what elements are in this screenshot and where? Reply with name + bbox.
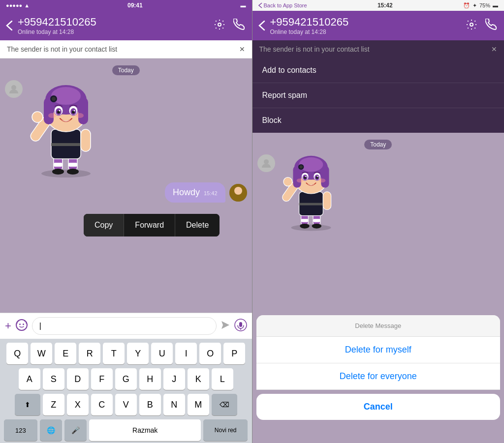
key-s[interactable]: S [43,368,64,390]
report-spam-item[interactable]: Report spam [252,83,504,108]
mic-key[interactable]: 🎤 [64,419,87,441]
key-v[interactable]: V [115,394,137,415]
delete-for-myself-button[interactable]: Delete for myself [256,337,501,363]
battery-bar: ▬ [493,2,498,8]
r-call-icon[interactable] [485,19,498,33]
header-action-icons [214,19,246,33]
svg-point-41 [264,159,269,164]
svg-rect-6 [68,163,77,167]
send-icon[interactable] [220,320,230,332]
copy-button[interactable]: Copy [84,214,124,236]
keyboard: Q W E R T Y U I O P A S D F G H J K L ⬆ … [0,339,252,443]
svg-rect-38 [239,322,242,327]
key-z[interactable]: Z [43,394,64,415]
right-header: +959421510265 Online today at 14:28 [252,11,504,40]
svg-point-59 [299,157,323,172]
svg-rect-58 [321,166,329,188]
sticker-icon[interactable] [15,319,28,334]
key-r[interactable]: R [79,343,100,364]
key-g[interactable]: G [115,368,137,390]
delete-button[interactable]: Delete [175,214,220,236]
contact-status: Online today at 14:28 [18,29,209,35]
r-back-button[interactable] [258,20,265,31]
r-date-badge: Today [252,140,504,149]
space-key[interactable]: Razmak [89,419,200,441]
back-to-store[interactable]: Back to App Store [258,2,307,8]
wifi-icon: ▲ [24,2,30,8]
svg-point-35 [19,324,21,325]
key-p[interactable]: P [223,343,245,364]
warning-close-icon[interactable]: ✕ [239,45,245,53]
date-badge-left: Today [0,65,252,75]
key-e[interactable]: E [55,343,76,364]
r-warning-close-icon[interactable]: ✕ [491,45,497,53]
r-sticker-image [279,154,343,233]
svg-rect-10 [51,143,81,146]
svg-point-42 [291,225,331,231]
r-settings-icon[interactable] [466,19,477,33]
key-m[interactable]: M [188,394,209,415]
plus-icon[interactable]: + [5,320,11,332]
key-u[interactable]: U [151,343,173,364]
key-n[interactable]: N [163,394,185,415]
svg-rect-18 [78,97,88,124]
svg-point-31 [76,113,84,118]
key-x[interactable]: X [67,394,89,415]
forward-button[interactable]: Forward [124,214,175,236]
left-status-bar: ●●●●● ▲ 09:41 ▬ [0,0,252,11]
key-c[interactable]: C [91,394,113,415]
left-chat-area: Today [0,59,252,313]
shift-key[interactable]: ⬆ [15,394,40,415]
globe-key[interactable]: 🌐 [40,419,62,441]
input-area: + [0,313,252,339]
key-h[interactable]: H [139,368,161,390]
key-b[interactable]: B [139,394,161,415]
svg-point-2 [41,170,91,177]
svg-point-36 [23,324,24,325]
call-icon[interactable] [233,19,246,33]
key-f[interactable]: F [91,368,113,390]
contact-phone: +959421510265 [18,16,209,29]
right-clock: 15:42 [378,2,393,9]
key-t[interactable]: T [103,343,125,364]
svg-rect-50 [299,203,323,206]
delete-modal-title: Delete Message [256,315,501,337]
key-d[interactable]: D [67,368,89,390]
key-y[interactable]: Y [127,343,149,364]
key-j[interactable]: J [163,368,185,390]
svg-rect-13 [81,129,91,151]
svg-point-52 [283,177,292,186]
mic-icon[interactable] [234,319,247,334]
bluetooth-icon: ✦ [472,2,477,9]
key-l[interactable]: L [212,368,233,390]
block-item[interactable]: Block [252,108,504,133]
numbers-key[interactable]: 123 [4,419,37,441]
svg-point-28 [59,110,61,112]
settings-icon[interactable] [214,19,225,33]
right-status-bar: Back to App Store 15:42 ⏰ ✦ 75% ▬ [252,0,504,11]
message-input[interactable] [32,317,217,335]
key-q[interactable]: Q [6,343,28,364]
right-chat-area: Today [252,133,504,443]
key-i[interactable]: I [175,343,197,364]
key-a[interactable]: A [19,368,40,390]
cancel-button[interactable]: Cancel [256,394,501,420]
return-key[interactable]: Novi red [203,419,248,441]
back-button[interactable] [6,20,13,31]
delete-for-everyone-button[interactable]: Delete for everyone [256,363,501,390]
right-panel: Back to App Store 15:42 ⏰ ✦ 75% ▬ +95942… [252,0,504,443]
left-status-right: ▬ [240,2,246,8]
add-contacts-item[interactable]: Add to contacts [252,58,504,83]
svg-point-69 [317,176,318,177]
signal-dots: ●●●●● [6,2,22,8]
keyboard-row-3: ⬆ Z X C V B N M ⌫ [2,394,250,415]
context-menu: Copy Forward Delete [84,214,220,236]
key-w[interactable]: W [31,343,52,364]
keyboard-row-2: A S D F G H J K L [2,368,250,390]
key-o[interactable]: O [199,343,221,364]
delete-key[interactable]: ⌫ [212,394,237,415]
key-k[interactable]: K [188,368,209,390]
r-warning-banner: The sender is not in your contact list ✕ [252,40,504,58]
svg-point-29 [74,110,75,112]
svg-point-19 [51,87,81,105]
